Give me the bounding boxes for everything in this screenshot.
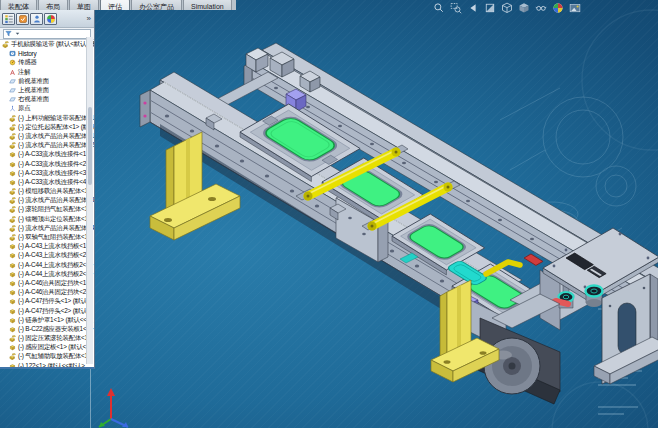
history-icon — [9, 50, 16, 57]
assembly-icon — [2, 41, 9, 48]
ribbon-tab-2[interactable]: 草图 — [69, 0, 99, 10]
tree-row-24[interactable]: (-) A-C44上流水线挡板2<2> — [0, 270, 94, 279]
tree-row-0[interactable]: History — [0, 49, 94, 58]
tree-filter-row — [0, 28, 94, 40]
tree-row-33[interactable]: (-) 气缸辅助取放装配体<1> — [0, 352, 94, 361]
manager-tab-3[interactable] — [44, 13, 57, 25]
tree-row-2[interactable]: 注解 — [0, 68, 94, 77]
view-orientation-button[interactable] — [500, 1, 513, 14]
part-icon — [9, 326, 16, 333]
tree-row-15[interactable]: (-) 模组移载治具装配体<1> — [0, 187, 94, 196]
tree-row-21[interactable]: (-) A-C43上流水线挡板<1> — [0, 242, 94, 251]
tree-row-19[interactable]: (-) 流水线产品治具装配体<4 — [0, 224, 94, 233]
tree-row-17[interactable]: (-) 滚轮阻挡气缸装配体<1> — [0, 205, 94, 214]
previous-view-button[interactable] — [466, 1, 479, 14]
tree-row-27[interactable]: (-) A-C47挡停头<1> (默认< — [0, 297, 94, 306]
tree-row-label: (-) 流水线产品治具装配体<4 — [18, 224, 94, 233]
annotations-icon — [9, 69, 16, 76]
manager-tab-1[interactable] — [16, 13, 29, 25]
tree-row-20[interactable]: (-) 双轴气缸阻挡装配体<1> — [0, 233, 94, 242]
appearance-button[interactable] — [551, 1, 564, 14]
tree-row-5[interactable]: 右视基准面 — [0, 95, 94, 104]
y-axis-arrow — [107, 388, 115, 396]
tree-scrollbar[interactable] — [86, 37, 93, 364]
tree-row-11[interactable]: (-) A-C33流水线连接件<1> — [0, 150, 94, 159]
ribbon-tab-bar: 装配体布局草图评估办公室产品Simulation — [0, 0, 236, 10]
section-view-button[interactable] — [483, 1, 496, 14]
ribbon-tab-0[interactable]: 装配体 — [0, 0, 37, 10]
tree-row-7[interactable]: (-) 上料功能输送带装配体<1> — [0, 114, 94, 123]
viewport-3d[interactable] — [0, 0, 658, 428]
tree-row-8[interactable]: (-) 定位托起装配体<1> (默认 — [0, 123, 94, 132]
tree-row-1[interactable]: 传感器 — [0, 58, 94, 67]
tree-row-29[interactable]: (-) 链条护罩1<1> (默认<<默 — [0, 316, 94, 325]
tree-row-label: (-) 流水线产品治具装配体<3 — [18, 196, 94, 205]
tree-row-label: (-) A-C33流水线连接件<1> — [18, 150, 90, 159]
hide-items-icon — [535, 2, 547, 14]
ribbon-tab-1[interactable]: 布局 — [38, 0, 68, 10]
panel-overflow-chevron[interactable]: » — [87, 13, 92, 25]
caret-down-icon — [14, 30, 21, 37]
tree-row-10[interactable]: (-) 流水线产品治具装配体<2 — [0, 141, 94, 150]
zoom-fit-button[interactable] — [432, 1, 445, 14]
zoom-area-button[interactable] — [449, 1, 462, 14]
part-icon — [9, 161, 16, 168]
tree-row-34[interactable]: (-) 122<1> (默认<<默认>_ — [0, 362, 94, 369]
ribbon-tab-3[interactable]: 评估 — [100, 0, 130, 10]
tree-row-3[interactable]: 前视基准面 — [0, 77, 94, 86]
assembly-icon — [9, 225, 16, 232]
tree-row-label: 手机贴膜输送带 (默认<默认_显 — [11, 40, 94, 49]
origin-triad — [96, 386, 132, 428]
tree-row-label: (-) 链条护罩1<1> (默认<<默 — [18, 316, 93, 325]
tree-row-label: (-) 模组移载治具装配体<1> — [18, 187, 92, 196]
tree-row-label: (-) B-C22感应器安装板1<1> ( — [18, 325, 94, 334]
scene-button[interactable] — [568, 1, 581, 14]
tree-scrollbar-thumb[interactable] — [88, 107, 92, 185]
tree-row-label: 右视基准面 — [18, 95, 49, 104]
tree-row-label: (-) A-C43上流水线挡板<2> — [18, 251, 90, 260]
part-icon — [9, 252, 16, 259]
tree-row-label: (-) A-C43上流水线挡板<1> — [18, 242, 90, 251]
tree-row-30[interactable]: (-) B-C22感应器安装板1<1> ( — [0, 325, 94, 334]
tree-row-6[interactable]: 原点 — [0, 104, 94, 113]
tree-row-14[interactable]: (-) A-C33流水线连接件<4> — [0, 178, 94, 187]
manager-tab-2[interactable] — [30, 13, 43, 25]
panel-edge-line — [90, 369, 91, 428]
tree-row-label: History — [18, 50, 36, 57]
section-view-icon — [484, 2, 496, 14]
model-scene — [0, 0, 658, 428]
tree-row-label: (-) 镭雕顶出定位装配体<1> — [18, 215, 92, 224]
plane-icon — [9, 87, 16, 94]
assembly-icon — [9, 353, 16, 360]
part-icon — [9, 170, 16, 177]
tree-row-28[interactable]: (-) A-C47挡停头<2> (默认< — [0, 306, 94, 315]
tree-row-32[interactable]: (-) 感应固定板<1> (默认<< — [0, 343, 94, 352]
display-style-button[interactable] — [517, 1, 530, 14]
assembly-icon — [9, 206, 16, 213]
tree-row-root[interactable]: 手机贴膜输送带 (默认<默认_显 — [0, 40, 94, 49]
part-icon — [9, 271, 16, 278]
tree-row-4[interactable]: 上视基准面 — [0, 86, 94, 95]
tree-row-label: (-) 流水线产品治具装配体<2 — [18, 141, 94, 150]
tree-row-label: 上视基准面 — [18, 86, 49, 95]
tree-row-9[interactable]: (-) 流水线产品治具装配体<1 — [0, 132, 94, 141]
tree-row-25[interactable]: (-) A-C46治具固定挡块<1> — [0, 279, 94, 288]
ribbon-tab-4[interactable]: 办公室产品 — [131, 0, 182, 10]
hide-items-button[interactable] — [534, 1, 547, 14]
tree-row-16[interactable]: (-) 流水线产品治具装配体<3 — [0, 196, 94, 205]
displaymanager-icon — [46, 14, 56, 24]
tree-row-18[interactable]: (-) 镭雕顶出定位装配体<1> — [0, 215, 94, 224]
tree-row-26[interactable]: (-) A-C46治具固定挡块<2> — [0, 288, 94, 297]
view-orientation-icon — [501, 2, 513, 14]
ribbon-tab-5[interactable]: Simulation — [183, 0, 232, 10]
assembly-icon — [9, 197, 16, 204]
feature-manager-panel: » 手机贴膜输送带 (默认<默认_显 History 传感器 注解 前视基准面 … — [0, 10, 95, 369]
solidworks-window: 装配体布局草图评估办公室产品Simulation » 手机贴膜输送带 (默认<默… — [0, 0, 658, 428]
manager-tab-0[interactable] — [2, 13, 15, 25]
tree-row-31[interactable]: (-) 固定压紧滚轮装配体<1> — [0, 334, 94, 343]
tree-row-22[interactable]: (-) A-C43上流水线挡板<2> — [0, 251, 94, 260]
tree-row-12[interactable]: (-) A-C33流水线连接件<2> — [0, 159, 94, 168]
tree-row-23[interactable]: (-) A-C44上流水线挡板2<1> — [0, 261, 94, 270]
tree-filter-input[interactable] — [3, 29, 91, 39]
tree-row-13[interactable]: (-) A-C33流水线连接件<3> — [0, 169, 94, 178]
